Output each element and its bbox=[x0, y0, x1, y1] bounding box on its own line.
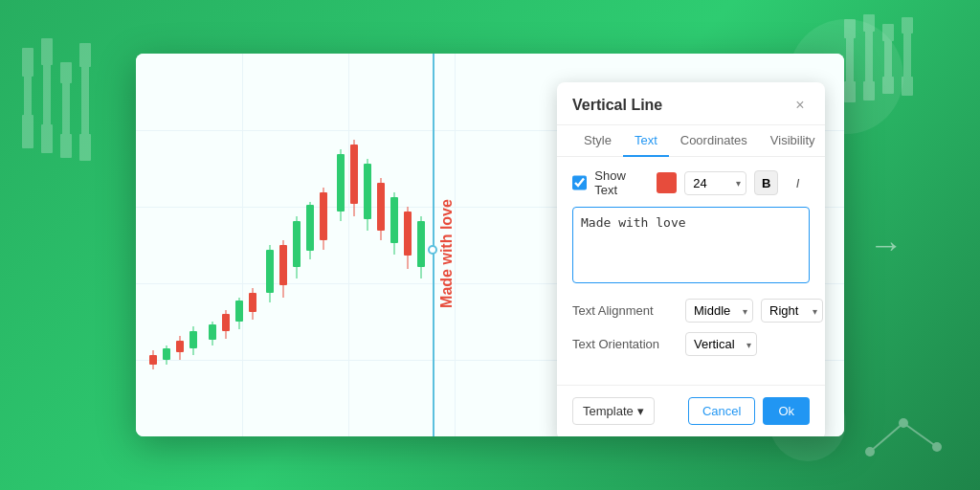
svg-rect-5 bbox=[41, 124, 53, 153]
alignment-middle-wrapper: Middle bbox=[685, 299, 753, 323]
tab-style[interactable]: Style bbox=[572, 125, 623, 157]
template-label: Template bbox=[583, 404, 634, 418]
template-chevron-icon: ▾ bbox=[637, 404, 644, 418]
text-alignment-label: Text Alignment bbox=[572, 303, 678, 318]
dialog-body: Show Text 24 B I Made with love bbox=[557, 157, 825, 377]
alignment-middle-select[interactable]: Middle bbox=[685, 299, 753, 323]
svg-rect-4 bbox=[41, 38, 53, 65]
chart-area: Made with love Vertical Line × Style Tex… bbox=[136, 54, 844, 436]
footer-actions: Cancel Ok bbox=[688, 397, 810, 425]
svg-rect-60 bbox=[364, 164, 371, 219]
svg-rect-19 bbox=[882, 24, 894, 41]
svg-rect-17 bbox=[863, 81, 875, 100]
svg-rect-50 bbox=[293, 221, 301, 267]
svg-rect-68 bbox=[417, 221, 425, 267]
svg-rect-20 bbox=[882, 77, 894, 94]
svg-rect-58 bbox=[350, 145, 358, 204]
svg-rect-11 bbox=[79, 134, 91, 161]
tab-coordinates[interactable]: Coordinates bbox=[669, 125, 759, 157]
svg-rect-36 bbox=[189, 331, 197, 348]
svg-rect-15 bbox=[865, 29, 873, 81]
svg-rect-46 bbox=[266, 250, 274, 293]
text-content-area[interactable]: Made with love bbox=[572, 207, 810, 283]
svg-rect-8 bbox=[60, 134, 72, 158]
bg-arrow: → bbox=[869, 225, 903, 265]
template-button[interactable]: Template ▾ bbox=[572, 397, 655, 425]
color-swatch[interactable] bbox=[657, 172, 677, 193]
orientation-wrapper: Vertical bbox=[685, 332, 757, 356]
italic-button[interactable]: I bbox=[786, 170, 810, 195]
dialog-title: Vertical Line bbox=[572, 97, 662, 114]
svg-rect-34 bbox=[176, 341, 184, 352]
show-text-row: Show Text 24 B I bbox=[572, 168, 810, 197]
tab-text[interactable]: Text bbox=[623, 125, 669, 157]
vertical-line-dot bbox=[428, 245, 437, 255]
dialog-divider bbox=[557, 385, 825, 386]
alignment-right-wrapper: Right bbox=[761, 299, 823, 323]
svg-rect-12 bbox=[846, 33, 854, 81]
show-text-label: Show Text bbox=[594, 168, 649, 197]
svg-rect-2 bbox=[22, 115, 33, 148]
svg-rect-7 bbox=[60, 62, 72, 83]
svg-rect-23 bbox=[902, 77, 913, 96]
svg-rect-64 bbox=[390, 197, 398, 243]
svg-rect-52 bbox=[306, 205, 314, 251]
bg-candles-left bbox=[10, 10, 124, 201]
font-size-wrapper: 24 bbox=[684, 171, 746, 195]
svg-rect-48 bbox=[279, 245, 287, 285]
svg-rect-18 bbox=[884, 38, 892, 77]
svg-rect-9 bbox=[81, 62, 89, 134]
svg-rect-6 bbox=[62, 77, 70, 134]
ok-button[interactable]: Ok bbox=[763, 397, 810, 425]
bg-candles-right bbox=[836, 10, 932, 124]
svg-rect-21 bbox=[903, 31, 911, 77]
svg-rect-16 bbox=[863, 14, 875, 32]
svg-rect-13 bbox=[844, 19, 856, 38]
background: → bbox=[0, 0, 980, 490]
svg-rect-1 bbox=[22, 48, 33, 77]
vertical-line-dialog: Vertical Line × Style Text Coordinates V… bbox=[557, 82, 825, 436]
text-orientation-label: Text Orientation bbox=[572, 337, 678, 351]
text-orientation-row: Text Orientation Vertical bbox=[572, 332, 810, 356]
chart-rotated-label: Made with love bbox=[438, 199, 456, 308]
svg-rect-44 bbox=[249, 293, 256, 312]
svg-rect-32 bbox=[163, 348, 170, 360]
orientation-select[interactable]: Vertical bbox=[685, 332, 757, 356]
svg-rect-40 bbox=[222, 314, 230, 331]
svg-line-28 bbox=[903, 423, 937, 447]
alignment-right-select[interactable]: Right bbox=[761, 299, 823, 323]
text-alignment-row: Text Alignment Middle Right bbox=[572, 299, 810, 323]
cancel-button[interactable]: Cancel bbox=[688, 397, 755, 425]
dialog-footer: Template ▾ Cancel Ok bbox=[557, 397, 825, 425]
svg-rect-62 bbox=[377, 183, 385, 231]
svg-rect-30 bbox=[149, 355, 157, 365]
svg-rect-66 bbox=[404, 212, 412, 256]
svg-rect-42 bbox=[235, 301, 243, 322]
close-button[interactable]: × bbox=[791, 96, 810, 115]
bold-button[interactable]: B bbox=[754, 170, 778, 195]
dialog-tabs: Style Text Coordinates Visibility bbox=[557, 125, 825, 157]
svg-rect-10 bbox=[79, 43, 91, 67]
svg-rect-14 bbox=[844, 81, 856, 102]
chart-window: Made with love Vertical Line × Style Tex… bbox=[136, 54, 844, 436]
svg-rect-38 bbox=[209, 324, 216, 340]
dialog-header: Vertical Line × bbox=[557, 82, 825, 125]
bg-network bbox=[856, 394, 951, 471]
svg-line-27 bbox=[870, 423, 903, 452]
font-size-select[interactable]: 24 bbox=[684, 171, 746, 195]
svg-rect-22 bbox=[902, 17, 913, 33]
show-text-checkbox[interactable] bbox=[572, 175, 587, 190]
tab-visibility[interactable]: Visibility bbox=[759, 125, 827, 157]
svg-rect-56 bbox=[337, 154, 345, 212]
svg-rect-54 bbox=[320, 192, 327, 240]
candlestick-chart bbox=[136, 54, 433, 436]
